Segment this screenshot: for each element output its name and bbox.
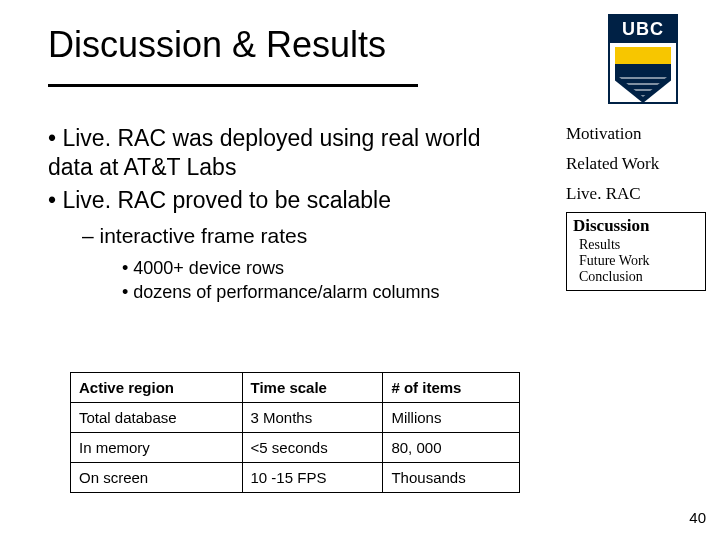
ubc-logo: UBC [608, 14, 684, 114]
slide-title: Discussion & Results [48, 24, 418, 66]
table-header-row: Active region Time scale # of items [71, 373, 520, 403]
nav-current-head: Discussion [573, 216, 699, 236]
table-header: Time scale [242, 373, 383, 403]
nav-sub-item: Results [579, 237, 699, 253]
title-underline [48, 84, 418, 87]
table-cell: Thousands [383, 463, 520, 493]
nav-sub-item: Future Work [579, 253, 699, 269]
outline-nav: Motivation Related Work Live. RAC Discus… [566, 124, 706, 291]
table-cell: Millions [383, 403, 520, 433]
bullet: Live. RAC was deployed using real world … [48, 125, 481, 180]
content-body: Live. RAC was deployed using real world … [48, 124, 518, 308]
table-cell: 80, 000 [383, 433, 520, 463]
slide-title-block: Discussion & Results [48, 24, 418, 87]
results-table: Active region Time scale # of items Tota… [70, 372, 520, 493]
table-cell: <5 seconds [242, 433, 383, 463]
sub-bullet: interactive frame rates [100, 224, 308, 247]
page-number: 40 [689, 509, 706, 526]
table-header: # of items [383, 373, 520, 403]
nav-item: Related Work [566, 154, 706, 174]
bullet: Live. RAC proved to be scalable [62, 187, 391, 213]
table-header: Active region [71, 373, 243, 403]
table-cell: Total database [71, 403, 243, 433]
table-row: On screen 10 -15 FPS Thousands [71, 463, 520, 493]
nav-sub-item: Conclusion [579, 269, 699, 285]
table-row: Total database 3 Months Millions [71, 403, 520, 433]
nav-item: Live. RAC [566, 184, 706, 204]
table-cell: 3 Months [242, 403, 383, 433]
table-cell: On screen [71, 463, 243, 493]
ubc-logo-text: UBC [610, 16, 676, 43]
table-cell: 10 -15 FPS [242, 463, 383, 493]
subsub-bullet: 4000+ device rows [133, 258, 284, 278]
subsub-bullet: dozens of performance/alarm columns [133, 282, 439, 302]
table-row: In memory <5 seconds 80, 000 [71, 433, 520, 463]
nav-item: Motivation [566, 124, 706, 144]
nav-current-box: Discussion Results Future Work Conclusio… [566, 212, 706, 291]
table-cell: In memory [71, 433, 243, 463]
